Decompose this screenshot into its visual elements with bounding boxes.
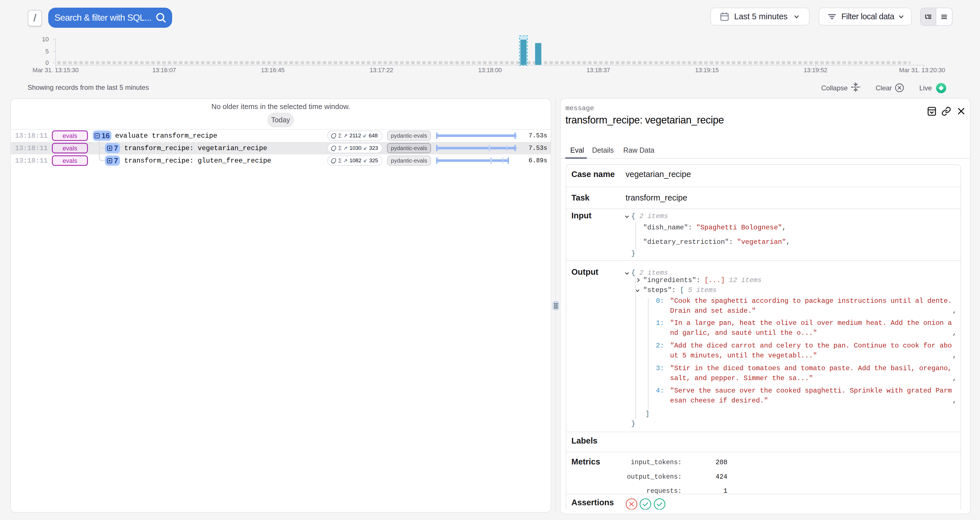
svg-text:Mar 31. 13:15:30: Mar 31. 13:15:30 [33,67,79,74]
svg-text:13:16:07: 13:16:07 [152,67,176,74]
svg-text:5: 5 [45,48,49,55]
svg-text:10: 10 [42,36,49,43]
svg-text:13:19:15: 13:19:15 [695,67,719,74]
svg-text:13:17:22: 13:17:22 [369,67,393,74]
svg-text:13:19:52: 13:19:52 [803,67,827,74]
svg-text:Mar 31. 13:20:30: Mar 31. 13:20:30 [899,67,945,74]
svg-text:13:18:00: 13:18:00 [478,67,502,74]
svg-text:13:18:37: 13:18:37 [586,67,610,74]
svg-text:0: 0 [45,59,49,66]
svg-text:13:16:45: 13:16:45 [261,67,285,74]
